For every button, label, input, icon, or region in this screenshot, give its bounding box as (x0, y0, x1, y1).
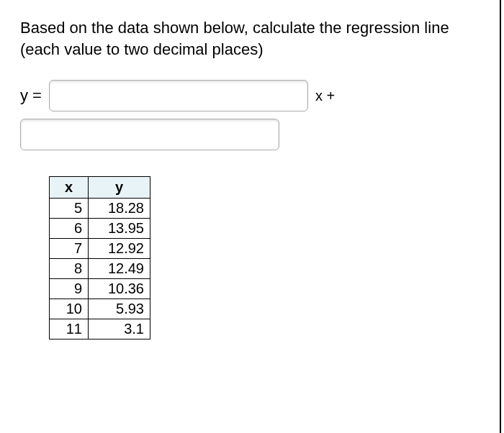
question-prompt: Based on the data shown below, calculate… (20, 17, 481, 60)
cell-y: 12.92 (89, 239, 150, 259)
equation-slope-row: y = x + (20, 80, 484, 111)
intercept-input[interactable] (20, 119, 279, 150)
page-right-border (500, 0, 501, 433)
x-plus-label: x + (315, 88, 335, 104)
table-row: 712.92 (50, 239, 150, 259)
cell-y: 18.28 (89, 199, 150, 219)
header-y: y (89, 177, 150, 199)
cell-y: 13.95 (89, 219, 150, 239)
cell-y: 12.49 (89, 259, 150, 279)
cell-x: 5 (50, 199, 89, 219)
equation-intercept-row (20, 119, 484, 150)
table-row: 518.28 (50, 199, 150, 219)
table-row: 113.1 (50, 319, 150, 339)
table-row: 812.49 (50, 259, 150, 279)
cell-x: 9 (50, 279, 89, 299)
cell-x: 11 (50, 319, 89, 339)
data-table: x y 518.28613.95712.92812.49910.36105.93… (49, 176, 150, 339)
slope-input[interactable] (49, 80, 308, 111)
cell-y: 10.36 (89, 279, 150, 299)
cell-x: 8 (50, 259, 89, 279)
cell-y: 3.1 (89, 319, 150, 339)
cell-y: 5.93 (89, 299, 150, 319)
header-x: x (50, 177, 89, 199)
table-row: 613.95 (50, 219, 150, 239)
cell-x: 7 (50, 239, 89, 259)
cell-x: 10 (50, 299, 89, 319)
y-equals-label: y = (20, 86, 42, 105)
table-row: 105.93 (50, 299, 150, 319)
table-row: 910.36 (50, 279, 150, 299)
cell-x: 6 (50, 219, 89, 239)
table-header-row: x y (50, 177, 150, 199)
